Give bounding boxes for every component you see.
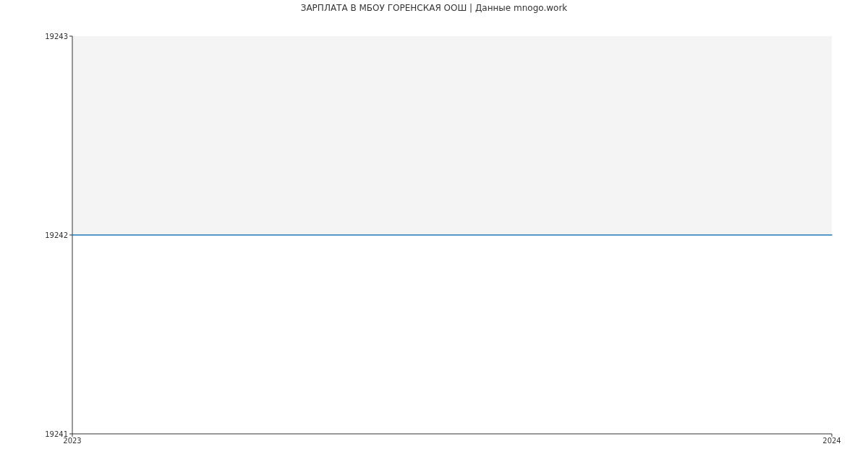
plot-area (72, 36, 832, 434)
chart-svg (72, 36, 832, 434)
chart-container: ЗАРПЛАТА В МБОУ ГОРЕНСКАЯ ООШ | Данные m… (0, 0, 868, 470)
y-tick-label: 19243 (45, 33, 68, 40)
x-tick-label: 2024 (822, 437, 841, 445)
y-tick-label: 19242 (45, 231, 68, 239)
x-tick-label: 2023 (63, 437, 81, 445)
chart-title: ЗАРПЛАТА В МБОУ ГОРЕНСКАЯ ООШ | Данные m… (0, 3, 868, 13)
